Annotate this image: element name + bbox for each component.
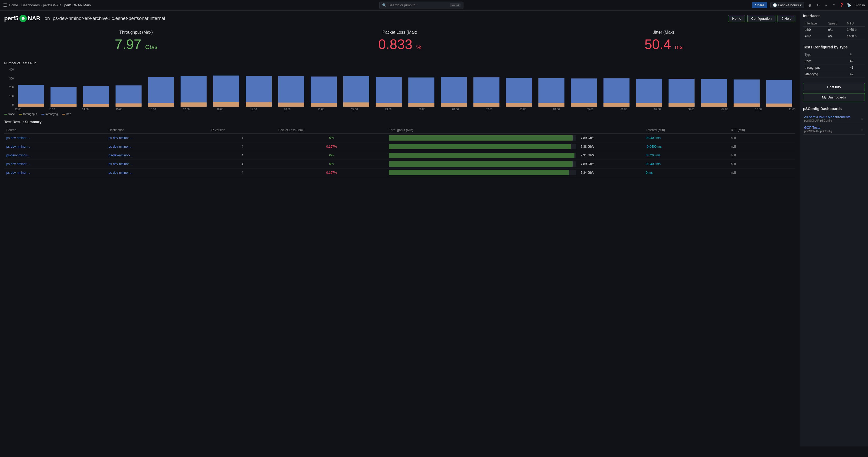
signin-link[interactable]: Sign in	[854, 3, 865, 7]
legend-item: throughput	[19, 112, 37, 116]
psconfig-item[interactable]: All perfSONAR Measurements perfSONAR pSC…	[803, 113, 865, 124]
throughput-val-cell: 7.89 Gb/s	[579, 134, 644, 142]
topbar-center: 🔍 Search or jump to... cmd+k	[94, 2, 749, 9]
hamburger-icon[interactable]: ☰	[3, 3, 7, 8]
source-cell[interactable]: ps-dev-nminor-...	[4, 134, 106, 142]
y-label-200: 200	[4, 86, 14, 89]
packet-loss-cell: 0.167%	[276, 169, 386, 177]
breadcrumb: Home › Dashboards › perfSONAR › perfSONA…	[9, 3, 91, 7]
svg-rect-25	[408, 103, 434, 107]
destination-cell[interactable]: ps-dev-nminor-...	[106, 160, 209, 169]
throughput-unit: Gb/s	[145, 44, 157, 50]
x-label: 00:00	[418, 108, 425, 111]
my-dashboards-button[interactable]: My Dashboards	[803, 93, 865, 102]
col-rtt: RTT (Min)	[728, 126, 796, 134]
more-options-button[interactable]: ▾	[824, 3, 828, 8]
table-row: ps-dev-nminor-... ps-dev-nminor-... 4 0.…	[4, 142, 796, 151]
packet-loss-value: 0.833 %	[271, 36, 529, 52]
x-label: 17:00	[183, 108, 190, 111]
destination-cell[interactable]: ps-dev-nminor-...	[106, 151, 209, 160]
y-label-0: 0	[4, 104, 14, 106]
col-destination: Destination	[106, 126, 209, 134]
perf-logo: perf5 ⊕ NAR	[4, 15, 40, 22]
svg-rect-0	[18, 85, 44, 107]
x-label: 11:00	[789, 108, 796, 111]
legend-item: latencybg	[41, 112, 58, 116]
tests-col-count: #	[848, 52, 865, 58]
throughput-stat: Throughput (Max) 7.97 Gb/s	[4, 27, 268, 55]
main-layout: perf5 ⊕ NAR on ps-dev-nminor-el9-archive…	[0, 10, 868, 447]
expand-button[interactable]: ⌃	[831, 3, 836, 8]
stats-row: Throughput (Max) 7.97 Gb/s Packet Loss (…	[4, 27, 796, 55]
svg-rect-9	[148, 103, 174, 107]
help-button[interactable]: ? Help	[777, 15, 796, 22]
source-cell[interactable]: ps-dev-nminor-...	[4, 142, 106, 151]
breadcrumb-dashboards[interactable]: Dashboards	[21, 3, 40, 7]
svg-rect-1	[18, 104, 44, 107]
x-label: 19:00	[250, 108, 257, 111]
svg-rect-44	[734, 80, 760, 107]
col-packet-loss: Packet Loss (Max)	[276, 126, 386, 134]
topbar: ☰ Home › Dashboards › perfSONAR › perfSO…	[0, 0, 868, 10]
table-row: ps-dev-nminor-... ps-dev-nminor-... 4 0%…	[4, 151, 796, 160]
iface-mtu: 1460 b	[845, 33, 865, 40]
x-label: 02:00	[486, 108, 492, 111]
x-label: 21:00	[318, 108, 324, 111]
host-info-button[interactable]: Host Info	[803, 83, 865, 91]
y-label-400: 400	[4, 68, 14, 71]
svg-rect-28	[473, 77, 499, 107]
breadcrumb-home[interactable]: Home	[9, 3, 18, 7]
throughput-val-cell: 7.88 Gb/s	[579, 142, 644, 151]
test-type: throughput	[803, 64, 848, 71]
destination-cell[interactable]: ps-dev-nminor-...	[106, 169, 209, 177]
iface-col-mtu: MTU	[845, 21, 865, 27]
share-button[interactable]: Share	[752, 2, 768, 8]
search-placeholder-text: Search or jump to...	[389, 3, 418, 7]
chart-title: Number of Tests Run	[4, 61, 796, 65]
test-count: 42	[848, 71, 865, 78]
dashboard-header: perf5 ⊕ NAR on ps-dev-nminor-el9-archive…	[4, 15, 796, 22]
jitter-unit: ms	[675, 44, 683, 50]
latency-cell: -0.0400 ms	[644, 142, 728, 151]
throughput-value: 7.97 Gb/s	[7, 36, 266, 52]
packet-loss-cell: 0%	[276, 160, 386, 169]
psconfig-section: pSConfig Dashboards All perfSONAR Measur…	[803, 107, 865, 135]
on-label: on	[44, 16, 50, 21]
latency-cell: 0.0200 ms	[644, 151, 728, 160]
psconfig-title: pSConfig Dashboards	[803, 107, 865, 111]
packet-loss-cell: 0%	[276, 151, 386, 160]
psconfig-item[interactable]: GCP Tests perfSONAR pSConfig ☆	[803, 124, 865, 135]
bar-chart	[15, 67, 796, 107]
hostname-label: ps-dev-nminor-el9-archive1.c.esnet-perfs…	[53, 16, 165, 21]
destination-cell[interactable]: ps-dev-nminor-...	[106, 134, 209, 142]
logo-text-2: NAR	[28, 15, 40, 22]
destination-cell[interactable]: ps-dev-nminor-...	[106, 142, 209, 151]
refresh-button[interactable]: ↻	[816, 3, 821, 8]
star-icon[interactable]: ☆	[860, 117, 864, 121]
throughput-title: Throughput (Max)	[7, 30, 266, 35]
svg-rect-2	[51, 87, 76, 107]
search-bar[interactable]: 🔍 Search or jump to... cmd+k	[379, 2, 463, 9]
x-label: 23:00	[385, 108, 392, 111]
source-cell[interactable]: ps-dev-nminor-...	[4, 160, 106, 169]
table-row: ps-dev-nminor-... ps-dev-nminor-... 4 0%…	[4, 134, 796, 142]
breadcrumb-perfsonar[interactable]: perfSONAR	[43, 3, 61, 7]
packet-loss-unit: %	[416, 44, 422, 50]
source-cell[interactable]: ps-dev-nminor-...	[4, 169, 106, 177]
ip-version-cell: 4	[209, 142, 276, 151]
svg-rect-23	[376, 103, 402, 107]
psconfig-item-title: GCP Tests	[804, 125, 832, 130]
legend-item: http	[62, 112, 71, 116]
time-range-picker[interactable]: 🕐 Last 24 hours ▾	[770, 2, 804, 8]
breadcrumb-current: perfSONAR Main	[64, 3, 91, 7]
interface-row: eth0n/a1460 b	[803, 27, 865, 33]
home-button[interactable]: Home	[728, 15, 745, 22]
star-icon[interactable]: ☆	[860, 127, 864, 131]
test-type: trace	[803, 58, 848, 64]
jitter-value: 50.4 ms	[534, 36, 793, 52]
zoom-out-button[interactable]: ⊖	[807, 3, 812, 8]
iface-col-interface: Interface	[803, 21, 827, 27]
source-cell[interactable]: ps-dev-nminor-...	[4, 151, 106, 160]
col-latency: Latency (Min)	[644, 126, 728, 134]
configuration-button[interactable]: Configuration	[747, 15, 775, 22]
